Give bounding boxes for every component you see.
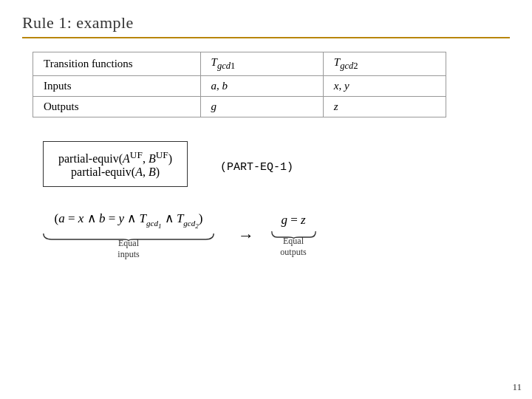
arrow-symbol: → — [238, 226, 254, 245]
equal-inputs-label: Equalinputs — [117, 238, 139, 260]
table-row: Outputs g z — [33, 97, 446, 117]
arrow-section: (a = x ∧ b = y ∧ Tgcd1 ∧ Tgcd2) Equalinp… — [33, 211, 499, 260]
table-row: Inputs a, b x, y — [33, 76, 446, 97]
t-gcd1: Tgcd1 — [211, 56, 236, 68]
formula-box: partial-equiv(AUF, BUF) partial-equiv(A,… — [43, 141, 188, 187]
t-gcd2: Tgcd2 — [334, 56, 358, 68]
table-cell-t1: Tgcd1 — [200, 52, 323, 76]
page-number: 11 — [512, 381, 522, 393]
formula-line1: partial-equiv(AUF, BUF) — [58, 149, 172, 166]
table-cell-label: Transition functions — [33, 52, 201, 76]
transition-table-container: Transition functions Tgcd1 Tgcd2 Inputs … — [33, 52, 499, 117]
table-cell-inputs2: x, y — [323, 76, 446, 97]
table-row: Transition functions Tgcd1 Tgcd2 — [33, 52, 446, 76]
table-cell-t2: Tgcd2 — [323, 52, 446, 76]
table-cell-label: Outputs — [33, 97, 201, 117]
underbrace-svg — [42, 232, 215, 241]
equal-outputs-label: Equaloutputs — [280, 236, 306, 258]
transition-table: Transition functions Tgcd1 Tgcd2 Inputs … — [33, 52, 446, 117]
right-formula-group: g = z Equaloutputs — [267, 213, 319, 258]
slide-header: Rule 1: example — [22, 13, 510, 38]
left-formula: (a = x ∧ b = y ∧ Tgcd1 ∧ Tgcd2) — [55, 211, 203, 230]
part-eq-label: (PART-EQ-1) — [220, 161, 293, 174]
table-cell-label: Inputs — [33, 76, 201, 97]
slide-title: Rule 1: example — [22, 13, 134, 33]
underbrace-svg-right — [270, 230, 317, 239]
table-cell-output2: z — [323, 97, 446, 117]
right-formula: g = z — [281, 213, 305, 228]
table-cell-inputs1: a, b — [200, 76, 323, 97]
slide-page: Rule 1: example Transition functions Tgc… — [0, 0, 532, 399]
formula-row: partial-equiv(AUF, BUF) partial-equiv(A,… — [33, 134, 499, 200]
formula-line2: partial-equiv(A, B) — [58, 166, 172, 179]
implication-row: (a = x ∧ b = y ∧ Tgcd1 ∧ Tgcd2) Equalinp… — [33, 211, 499, 260]
left-formula-group: (a = x ∧ b = y ∧ Tgcd1 ∧ Tgcd2) Equalinp… — [33, 211, 225, 260]
table-cell-output1: g — [200, 97, 323, 117]
